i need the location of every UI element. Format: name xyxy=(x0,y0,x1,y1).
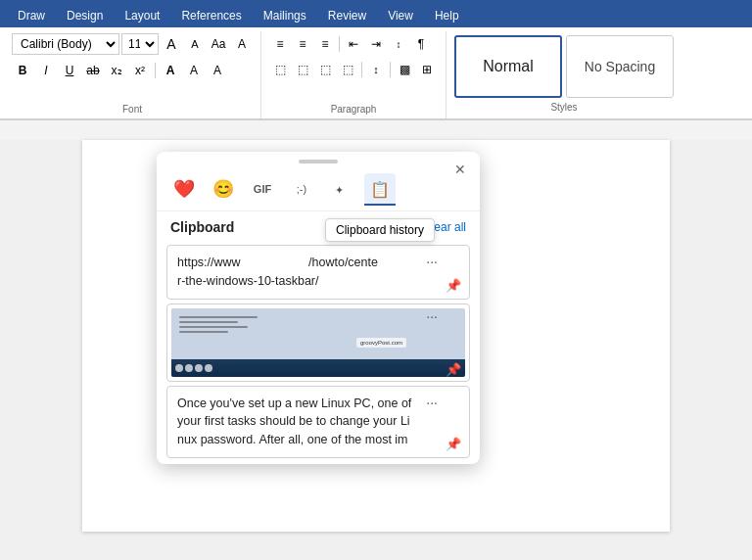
sep3 xyxy=(361,62,362,77)
tab-review[interactable]: Review xyxy=(318,4,376,27)
para-row-2: ⬚ ⬚ ⬚ ⬚ ↕ ▩ ⊞ xyxy=(269,59,438,80)
align-left-btn[interactable]: ⬚ xyxy=(269,59,291,80)
clipboard-item-image[interactable]: groovyPost.com ··· 📌 xyxy=(166,303,470,382)
clear-all-btn[interactable]: Clear all xyxy=(423,220,466,234)
ribbon: Draw Design Layout References Mailings R… xyxy=(0,0,752,120)
superscript-btn[interactable]: x² xyxy=(129,60,151,81)
clipboard-item-url[interactable]: https://www /howto/center-the-windows-10… xyxy=(166,245,470,300)
font-group-content: Calibri (Body) 11 A A Aa A B I U ab x₂ xyxy=(12,33,253,102)
pilcrow-btn[interactable]: ¶ xyxy=(410,33,432,55)
sim-text: groovyPost.com xyxy=(356,338,406,348)
multilevel-btn[interactable]: ≡ xyxy=(314,33,336,55)
align-right-btn[interactable]: ⬚ xyxy=(314,59,336,80)
clipboard-items: https://www /howto/center-the-windows-10… xyxy=(157,239,480,464)
taskbar-sim: groovyPost.com xyxy=(171,308,465,377)
font-row-1: Calibri (Body) 11 A A Aa A xyxy=(12,33,253,55)
normal-style[interactable]: Normal xyxy=(454,35,562,98)
symbols-btn[interactable]: ✦ xyxy=(325,173,356,205)
subscript-btn[interactable]: x₂ xyxy=(106,60,127,81)
tab-draw[interactable]: Draw xyxy=(8,4,55,27)
clipboard-linux-more-btn[interactable]: ··· xyxy=(426,395,438,410)
clipboard-image-pin-btn[interactable]: 📌 xyxy=(446,362,461,377)
tab-layout[interactable]: Layout xyxy=(115,4,169,27)
clipboard-url-more-btn[interactable]: ··· xyxy=(426,254,438,269)
ribbon-tabs: Draw Design Layout References Mailings R… xyxy=(0,0,752,27)
decrease-indent-btn[interactable]: ⇤ xyxy=(343,33,364,55)
grow-font-btn[interactable]: A xyxy=(161,33,182,55)
clipboard-item-linux-text: Once you've set up a new Linux PC, one o… xyxy=(177,395,459,449)
sort-btn[interactable]: ↕ xyxy=(388,33,409,55)
taskbar-bar xyxy=(171,359,465,377)
styles-group: Normal No Spacing Styles xyxy=(446,31,682,118)
para-group-content: ≡ ≡ ≡ ⇤ ⇥ ↕ ¶ ⬚ ⬚ ⬚ ⬚ ↕ ▩ xyxy=(269,33,438,102)
tab-help[interactable]: Help xyxy=(425,4,469,27)
normal-style-label: Normal xyxy=(483,58,534,75)
bullets-btn[interactable]: ≡ xyxy=(269,33,291,55)
tab-mailings[interactable]: Mailings xyxy=(254,4,316,27)
tab-design[interactable]: Design xyxy=(57,4,113,27)
paragraph-group-label: Paragraph xyxy=(331,102,377,117)
sep2 xyxy=(339,36,340,52)
no-spacing-style[interactable]: No Spacing xyxy=(566,35,674,98)
clipboard-image-more-btn[interactable]: ··· xyxy=(426,308,438,324)
sep4 xyxy=(390,62,391,77)
clipboard-item-linux[interactable]: Once you've set up a new Linux PC, one o… xyxy=(166,386,470,458)
panel-drag-bar xyxy=(299,160,338,163)
font-group-label: Font xyxy=(122,102,142,117)
panel-header: Clipboard Clear all xyxy=(157,211,480,239)
clipboard-image-preview: groovyPost.com xyxy=(171,308,465,377)
sep1 xyxy=(155,63,156,78)
bold-btn[interactable]: B xyxy=(12,60,33,81)
styles-group-label: Styles xyxy=(550,100,577,115)
align-justify-btn[interactable]: ⬚ xyxy=(337,59,358,80)
highlight-btn[interactable]: A xyxy=(183,60,205,81)
increase-indent-btn[interactable]: ⇥ xyxy=(365,33,387,55)
tab-view[interactable]: View xyxy=(378,4,423,27)
para-row-1: ≡ ≡ ≡ ⇤ ⇥ ↕ ¶ xyxy=(269,33,432,55)
font-row-2: B I U ab x₂ x² A A A xyxy=(12,60,228,81)
font-group: Calibri (Body) 11 A A Aa A B I U ab x₂ xyxy=(4,31,261,118)
clipboard-item-url-text: https://www /howto/center-the-windows-10… xyxy=(177,254,459,291)
svg-text:✦: ✦ xyxy=(335,184,344,196)
panel-toolbar: ❤️ 😊 GIF ;-) ✦ 📋 Clipboard history xyxy=(157,167,480,211)
borders-btn[interactable]: ⊞ xyxy=(416,59,438,80)
kaomoji-btn[interactable]: ;-) xyxy=(286,173,317,205)
font-color-btn[interactable]: A xyxy=(160,60,181,81)
tab-references[interactable]: References xyxy=(171,4,251,27)
case-btn[interactable]: Aa xyxy=(208,33,229,55)
shading2-btn[interactable]: ▩ xyxy=(394,59,415,80)
emoji-panel: ✕ ❤️ 😊 GIF ;-) ✦ 📋 Clipboard history Cli… xyxy=(157,152,480,464)
font-size-select[interactable]: 11 xyxy=(121,33,159,55)
paragraph-group: ≡ ≡ ≡ ⇤ ⇥ ↕ ¶ ⬚ ⬚ ⬚ ⬚ ↕ ▩ xyxy=(261,31,446,118)
italic-btn[interactable]: I xyxy=(35,60,57,81)
emoji-heart-btn[interactable]: ❤️ xyxy=(168,173,200,205)
styles-boxes: Normal No Spacing xyxy=(454,35,674,98)
gif-btn[interactable]: GIF xyxy=(247,173,278,205)
no-spacing-style-label: No Spacing xyxy=(585,59,655,74)
line-spacing-btn[interactable]: ↕ xyxy=(365,59,387,80)
numbering-btn[interactable]: ≡ xyxy=(292,33,313,55)
strikethrough-btn[interactable]: ab xyxy=(82,60,104,81)
shrink-font-btn[interactable]: A xyxy=(184,33,206,55)
underline-btn[interactable]: U xyxy=(59,60,80,81)
clear-format-btn[interactable]: A xyxy=(231,33,253,55)
ribbon-content: Calibri (Body) 11 A A Aa A B I U ab x₂ xyxy=(0,27,752,119)
clipboard-btn[interactable]: 📋 Clipboard history xyxy=(364,173,396,205)
clipboard-linux-pin-btn[interactable]: 📌 xyxy=(446,437,461,451)
emoji-face-btn[interactable]: 😊 xyxy=(208,173,239,205)
sim-lines xyxy=(179,316,258,333)
align-center-btn[interactable]: ⬚ xyxy=(292,59,313,80)
panel-title: Clipboard xyxy=(170,219,234,235)
shading-btn[interactable]: A xyxy=(207,60,228,81)
font-name-select[interactable]: Calibri (Body) xyxy=(12,33,119,55)
clipboard-url-pin-btn[interactable]: 📌 xyxy=(446,278,461,293)
